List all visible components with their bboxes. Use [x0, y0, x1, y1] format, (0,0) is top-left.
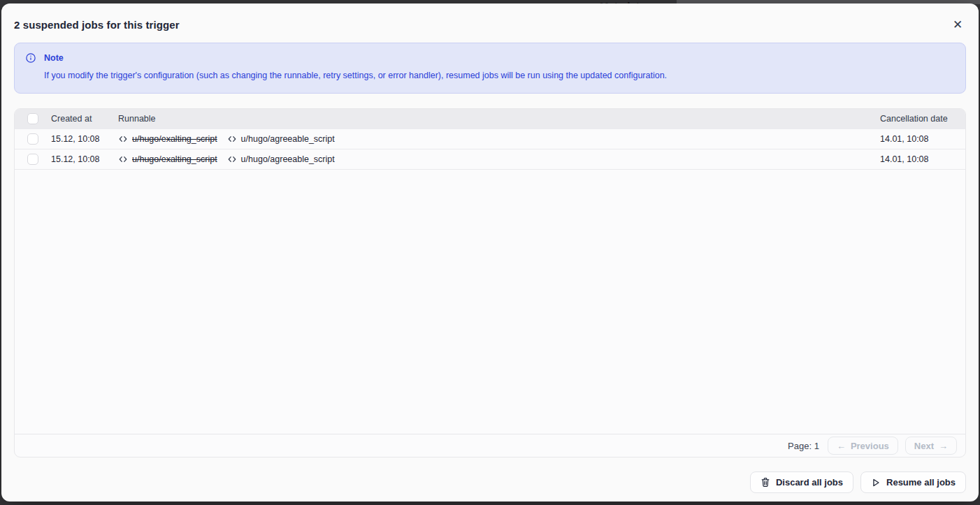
- new-runnable-path: u/hugo/agreeable_script: [241, 154, 335, 164]
- column-header-runnable: Runnable: [118, 114, 880, 124]
- runnable-cell: u/hugo/exalting_script u/hugo/agreeable_…: [118, 134, 880, 144]
- modal-title: 2 suspended jobs for this trigger: [14, 19, 180, 31]
- select-all-checkbox[interactable]: [27, 113, 38, 124]
- play-icon: [871, 478, 881, 488]
- note-body: If you modify the trigger's configuratio…: [26, 70, 954, 82]
- header-checkbox-cell: [15, 113, 51, 124]
- suspended-jobs-table: Created at Runnable Cancellation date 15…: [14, 108, 966, 458]
- next-label: Next: [914, 441, 934, 451]
- page-indicator: Page: 1: [788, 441, 819, 451]
- code-icon: [118, 154, 128, 164]
- discard-all-jobs-button[interactable]: Discard all jobs: [750, 471, 853, 493]
- modal-actions: Discard all jobs Resume all jobs: [1, 458, 979, 502]
- runnable-cell: u/hugo/exalting_script u/hugo/agreeable_…: [118, 154, 880, 164]
- table-header-row: Created at Runnable Cancellation date: [15, 109, 965, 129]
- old-runnable-path: u/hugo/exalting_script: [132, 154, 217, 164]
- pagination-bar: Page: 1 ← Previous Next →: [15, 434, 965, 457]
- created-at-cell: 15.12, 10:08: [51, 154, 118, 164]
- code-icon: [227, 154, 237, 164]
- row-checkbox-cell: [15, 154, 51, 165]
- row-checkbox-cell: [15, 133, 51, 145]
- info-icon: [26, 53, 36, 63]
- trash-icon: [761, 477, 770, 488]
- cancellation-date-cell: 14.01, 10:08: [880, 134, 965, 144]
- old-runnable-path: u/hugo/exalting_script: [132, 134, 217, 144]
- table-empty-space: [15, 170, 965, 434]
- resume-all-jobs-label: Resume all jobs: [886, 477, 956, 488]
- note-head: Note: [26, 53, 954, 63]
- row-checkbox[interactable]: [27, 154, 38, 165]
- note-label: Note: [44, 53, 64, 63]
- next-page-button[interactable]: Next →: [905, 437, 957, 455]
- suspended-jobs-modal: 2 suspended jobs for this trigger ✕ Note…: [1, 3, 979, 502]
- resume-all-jobs-button[interactable]: Resume all jobs: [860, 471, 966, 493]
- code-icon: [227, 134, 237, 144]
- created-at-cell: 15.12, 10:08: [51, 134, 118, 144]
- previous-page-button[interactable]: ← Previous: [828, 437, 898, 455]
- close-button[interactable]: ✕: [949, 16, 966, 33]
- arrow-left-icon: ←: [837, 441, 846, 451]
- column-header-created-at: Created at: [51, 114, 118, 124]
- row-checkbox[interactable]: [27, 133, 38, 145]
- table-row[interactable]: 15.12, 10:08 u/hugo/exalting_script u/hu…: [15, 149, 965, 170]
- discard-all-jobs-label: Discard all jobs: [776, 477, 843, 488]
- note-banner: Note If you modify the trigger's configu…: [14, 43, 966, 94]
- previous-label: Previous: [851, 441, 889, 451]
- cancellation-date-cell: 14.01, 10:08: [880, 154, 965, 164]
- arrow-right-icon: →: [939, 441, 948, 451]
- new-runnable-path: u/hugo/agreeable_script: [241, 134, 335, 144]
- close-icon: ✕: [953, 19, 963, 31]
- modal-header: 2 suspended jobs for this trigger ✕: [1, 3, 979, 43]
- table-row[interactable]: 15.12, 10:08 u/hugo/exalting_script u/hu…: [15, 129, 965, 149]
- code-icon: [118, 134, 128, 144]
- column-header-cancellation-date: Cancellation date: [880, 114, 965, 124]
